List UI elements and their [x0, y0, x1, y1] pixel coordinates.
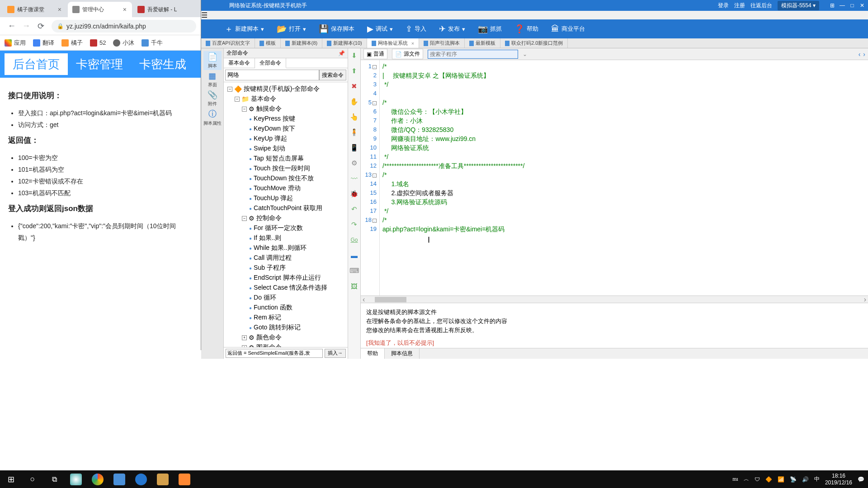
- script-info-tab[interactable]: 脚本信息: [385, 348, 420, 359]
- help-tab[interactable]: 帮助: [361, 348, 385, 359]
- platform-button[interactable]: 🏛商业平台: [551, 24, 585, 34]
- expand-icon[interactable]: +: [242, 335, 247, 340]
- bookmark-item[interactable]: 橘子: [61, 39, 83, 47]
- phone-icon[interactable]: 📱: [350, 143, 359, 152]
- taskbar-app[interactable]: [108, 470, 130, 488]
- new-window-icon[interactable]: ⊞: [829, 2, 835, 9]
- collapse-icon[interactable]: −: [242, 107, 247, 112]
- insert-input[interactable]: [226, 349, 323, 358]
- back-button[interactable]: ←: [6, 21, 17, 32]
- file-tab[interactable]: 联众打码2.0新接口范例: [500, 38, 568, 48]
- hand-icon[interactable]: ✋: [350, 97, 359, 106]
- import-button[interactable]: ⇪导入: [406, 24, 426, 34]
- notifications-icon[interactable]: 💬: [858, 476, 864, 483]
- command-tree[interactable]: −🔶按键精灵(手机版)-全部命令 −📁基本命令 −⚙触摸命令 ● KeyPres…: [224, 82, 348, 347]
- tree-leaf[interactable]: ● If 如果..则: [224, 233, 348, 243]
- file-tab[interactable]: 新建脚本(10): [322, 38, 367, 48]
- prev-icon[interactable]: ‹: [859, 51, 861, 58]
- close-icon[interactable]: ✕: [859, 2, 865, 9]
- tree-group[interactable]: −⚙触摸命令: [224, 104, 348, 114]
- script-view-button[interactable]: 📄脚本: [203, 51, 222, 70]
- login-link[interactable]: 登录: [718, 2, 729, 9]
- tree-leaf[interactable]: ● KeyUp 弹起: [224, 134, 348, 144]
- maximize-icon[interactable]: □: [849, 2, 855, 9]
- taskbar-chrome[interactable]: [87, 470, 108, 488]
- tree-leaf[interactable]: ● Function 函数: [224, 303, 348, 313]
- collapse-icon[interactable]: −: [242, 216, 247, 221]
- debug-button[interactable]: ▶调试 ▾: [367, 24, 393, 34]
- bookmark-item[interactable]: 千牛: [142, 39, 163, 47]
- ime-indicator[interactable]: 中: [814, 475, 820, 483]
- tree-root[interactable]: −🔶按键精灵(手机版)-全部命令: [224, 84, 348, 94]
- arrow-down-icon[interactable]: ⬇: [350, 51, 359, 60]
- file-tab[interactable]: 陌声引流脚本: [419, 38, 465, 48]
- clock[interactable]: 18:16 2019/12/16: [825, 473, 852, 486]
- tree-leaf[interactable]: ● Tap 短暂点击屏幕: [224, 154, 348, 164]
- bookmark-item[interactable]: 小沐: [113, 39, 134, 47]
- tree-leaf[interactable]: ● Goto 跳转到标记: [224, 323, 348, 333]
- url-input[interactable]: 🔒 yz.juzi99.cn/admin/kaifa.php: [52, 20, 196, 33]
- tree-group[interactable]: +⚙颜色命令: [224, 333, 348, 343]
- sub-search-input[interactable]: [428, 50, 518, 59]
- backend-link[interactable]: 往返后台: [750, 2, 772, 9]
- bug-icon[interactable]: 🐞: [350, 189, 359, 198]
- tree-leaf[interactable]: ● Sub 子程序: [224, 263, 348, 273]
- view-normal-button[interactable]: ▣ 普通: [363, 49, 387, 59]
- publish-button[interactable]: ✈发布 ▾: [439, 24, 465, 34]
- arrow-up-icon[interactable]: ⬆: [350, 66, 359, 75]
- wifi-icon[interactable]: 📡: [790, 476, 797, 483]
- help-button[interactable]: ❓帮助: [514, 24, 538, 34]
- chrome-tab-0[interactable]: 橘子微课堂 ×: [3, 2, 67, 17]
- tree-leaf[interactable]: ● EndScript 脚本停止运行: [224, 273, 348, 283]
- mi-icon[interactable]: mı: [732, 476, 738, 483]
- tree-leaf[interactable]: ● KeyPress 按键: [224, 114, 348, 124]
- apps-button[interactable]: 应用: [5, 39, 26, 47]
- tree-leaf[interactable]: ● TouchUp 弹起: [224, 193, 348, 203]
- file-tab[interactable]: 百度API识别文字: [201, 38, 255, 48]
- open-button[interactable]: 📂打开 ▾: [277, 24, 306, 34]
- tree-group[interactable]: −⚙控制命令: [224, 213, 348, 223]
- file-tab[interactable]: 模板: [255, 38, 281, 48]
- taskbar-app[interactable]: [130, 470, 152, 488]
- taskbar-app[interactable]: [174, 470, 195, 488]
- close-icon[interactable]: ×: [57, 6, 62, 13]
- nav-tab-kami[interactable]: 卡密管理: [68, 51, 131, 78]
- tree-leaf[interactable]: ● While 如果..则循环: [224, 243, 348, 253]
- taskbar-app[interactable]: [152, 470, 174, 488]
- code-content[interactable]: /*| 按键精灵安卓 之【网络验证系统】 */ /* 微信公众号：【小木学社】 …: [380, 60, 868, 296]
- pin-icon[interactable]: 📌: [338, 50, 345, 56]
- props-button[interactable]: ⓘ脚本属性: [203, 108, 222, 127]
- search-button[interactable]: 搜索命令: [319, 70, 346, 80]
- view-source-button[interactable]: 📄 源文件: [392, 49, 423, 59]
- new-script-button[interactable]: ＋新建脚本 ▾: [225, 23, 264, 34]
- volume-icon[interactable]: 🔊: [802, 476, 809, 483]
- chrome-tab-2[interactable]: 吾爱破解 - L: [133, 2, 197, 17]
- tree-leaf[interactable]: ● Swipe 划动: [224, 144, 348, 154]
- keyboard-icon[interactable]: ⌨: [350, 266, 359, 275]
- next-icon[interactable]: ›: [863, 51, 865, 58]
- taskbar-app[interactable]: [65, 470, 87, 488]
- image-icon[interactable]: 🖼: [350, 282, 359, 291]
- tree-leaf[interactable]: ● Call 调用过程: [224, 253, 348, 263]
- close-icon[interactable]: ×: [122, 6, 127, 13]
- tree-leaf[interactable]: ● Rem 标记: [224, 313, 348, 323]
- tree-leaf[interactable]: ● TouchDown 按住不放: [224, 174, 348, 183]
- dropdown-icon[interactable]: ⌄: [523, 51, 527, 57]
- register-link[interactable]: 注册: [734, 2, 745, 9]
- file-tab-active[interactable]: 网络验证系统×: [367, 38, 419, 48]
- ui-view-button[interactable]: ▦界面: [203, 70, 222, 89]
- file-tab[interactable]: 最新模板: [465, 38, 500, 48]
- scroll-right-icon[interactable]: ›: [862, 296, 868, 304]
- tree-leaf[interactable]: ● For 循环一定次数: [224, 223, 348, 233]
- tray-chevron-icon[interactable]: ︿: [744, 475, 749, 483]
- search-input[interactable]: [225, 70, 319, 80]
- go-icon[interactable]: Go: [350, 235, 359, 244]
- save-button[interactable]: 💾保存脚本: [319, 24, 354, 34]
- reload-button[interactable]: ⟳: [35, 21, 46, 32]
- tree-leaf[interactable]: ● Do 循环: [224, 293, 348, 303]
- tree-leaf[interactable]: ● Select Case 情况条件选择: [224, 283, 348, 293]
- minimize-icon[interactable]: —: [839, 2, 845, 9]
- close-icon[interactable]: ×: [411, 41, 414, 46]
- scroll-thumb[interactable]: [375, 297, 406, 302]
- chrome-tab-1[interactable]: 管理中心 ×: [68, 2, 132, 17]
